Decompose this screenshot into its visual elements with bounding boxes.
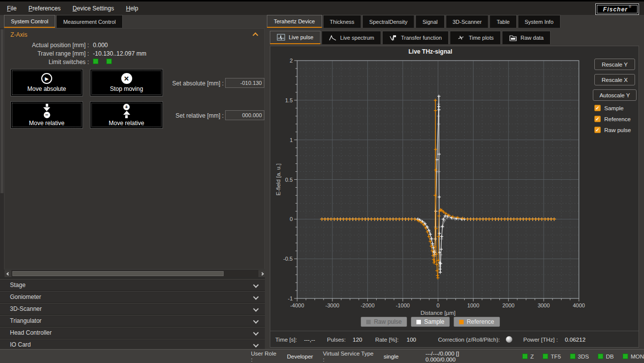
tab-measurement-control[interactable]: Measurement Control bbox=[56, 15, 123, 28]
tab-thickness[interactable]: Thickness bbox=[323, 15, 362, 28]
power-value: 0.06212 bbox=[565, 337, 586, 343]
checkbox-checked-icon: ✓ bbox=[594, 116, 601, 122]
autoscale-y-button[interactable]: Autoscale Y bbox=[593, 89, 637, 101]
tab-system-control[interactable]: System Control bbox=[4, 15, 55, 28]
tab-spectral-density[interactable]: SpectralDensity bbox=[362, 15, 414, 28]
z-axis-section: Z-Axis Actual position [mm] : 0.000 Trav… bbox=[4, 28, 265, 270]
chevron-down-icon bbox=[253, 318, 258, 323]
indicator-mon-label: MON bbox=[631, 354, 644, 360]
legend-label: Raw pulse bbox=[374, 318, 402, 325]
time-plots-icon bbox=[457, 34, 465, 41]
chevron-down-icon bbox=[253, 342, 258, 347]
indicator-mon: MON bbox=[623, 354, 644, 360]
raw-pulse-checkbox[interactable]: ✓ Raw pulse bbox=[594, 127, 631, 133]
checkbox-checked-icon: ✓ bbox=[594, 127, 601, 133]
left-vertical-scrollbar[interactable] bbox=[0, 28, 4, 277]
tab-signal[interactable]: Signal bbox=[415, 15, 445, 28]
rescale-y-button[interactable]: Rescale Y bbox=[594, 59, 635, 70]
section-3d-scanner[interactable]: 3D-Scanner bbox=[0, 303, 265, 315]
svg-text:-1000: -1000 bbox=[396, 302, 410, 308]
sample-checkbox[interactable]: ✓ Sample bbox=[594, 105, 624, 111]
svg-text:Distance [µm]: Distance [µm] bbox=[420, 310, 456, 316]
indicator-tf5: TF5 bbox=[543, 354, 561, 360]
stop-x-icon: ✕ bbox=[121, 73, 132, 84]
live-thz-chart[interactable]: -4000-3000-2000-100001000200030004000-1-… bbox=[274, 56, 587, 317]
scroll-left-arrow-icon[interactable] bbox=[4, 270, 11, 277]
arrow-down-minus-icon: − bbox=[43, 104, 50, 118]
tab-system-info[interactable]: System Info bbox=[518, 15, 561, 28]
svg-text:3000: 3000 bbox=[538, 302, 550, 308]
legend-button-sample[interactable]: Sample bbox=[411, 317, 450, 327]
tab-live-spectrum[interactable]: Live spectrum bbox=[322, 31, 381, 44]
chart-legend: Raw pulseSampleReference bbox=[274, 317, 587, 327]
menu-help[interactable]: Help bbox=[126, 5, 138, 12]
menu-file[interactable]: File bbox=[7, 5, 16, 12]
tab-time-plots[interactable]: Time plots bbox=[450, 31, 500, 44]
section-io-card-label: IO Card bbox=[10, 341, 31, 348]
registered-mark: ® bbox=[629, 5, 631, 8]
legend-button-reference[interactable]: Reference bbox=[454, 317, 499, 327]
legend-button-raw-pulse[interactable]: Raw pulse bbox=[361, 317, 407, 327]
tab-live-pulse[interactable]: Live pulse bbox=[270, 31, 321, 44]
section-head-controller[interactable]: Head Controller bbox=[0, 327, 265, 339]
section-head-controller-label: Head Controller bbox=[10, 329, 52, 336]
pulses-value: 120 bbox=[353, 337, 362, 343]
correction-led[interactable] bbox=[506, 336, 512, 343]
horizontal-scrollbar-thumb[interactable] bbox=[12, 271, 224, 276]
menu-device-settings[interactable]: Device Settings bbox=[73, 5, 114, 12]
svg-text:2: 2 bbox=[290, 58, 293, 64]
tab-terahertz-device[interactable]: Terahertz Device bbox=[267, 15, 322, 28]
set-relative-input[interactable] bbox=[225, 110, 264, 120]
green-led-icon bbox=[543, 354, 548, 359]
indicator-db-label: DB bbox=[606, 354, 614, 360]
tab-3d-scanner[interactable]: 3D-Scanner bbox=[446, 15, 489, 28]
legend-label: Reference bbox=[467, 318, 494, 325]
horizontal-scrollbar-track[interactable] bbox=[11, 271, 258, 277]
section-3d-scanner-label: 3D-Scanner bbox=[10, 305, 42, 312]
checkbox-checked-icon: ✓ bbox=[594, 105, 601, 111]
legend-color-chip bbox=[459, 320, 464, 324]
stop-moving-label: Stop moving bbox=[110, 85, 143, 92]
rescale-x-button[interactable]: Rescale X bbox=[594, 74, 635, 85]
svg-text:0.5: 0.5 bbox=[285, 177, 293, 183]
move-relative-down-button[interactable]: − Move relative bbox=[10, 101, 83, 129]
stop-moving-button[interactable]: ✕ Stop moving bbox=[90, 69, 163, 96]
time-label: Time [s]: bbox=[275, 337, 297, 343]
z-axis-title: Z-Axis bbox=[10, 31, 27, 38]
collapse-up-icon[interactable] bbox=[252, 32, 258, 38]
set-absolute-input[interactable] bbox=[225, 78, 264, 88]
device-tab-bar: Terahertz Device Thickness SpectralDensi… bbox=[267, 15, 561, 28]
pulses-label: Pulses: bbox=[327, 337, 346, 343]
move-relative-up-button[interactable]: + Move relative bbox=[90, 101, 163, 129]
left-vertical-scrollbar-thumb[interactable] bbox=[0, 29, 3, 193]
indicator-z: Z bbox=[522, 354, 534, 360]
tab-raw-data[interactable]: Raw data bbox=[502, 31, 551, 44]
indicator-tf5-label: TF5 bbox=[551, 354, 561, 360]
section-triangulator[interactable]: Triangulator bbox=[0, 315, 265, 327]
tab-table[interactable]: Table bbox=[489, 15, 516, 28]
svg-text:1: 1 bbox=[290, 137, 293, 143]
reference-checkbox[interactable]: ✓ Reference bbox=[594, 116, 631, 122]
travel-range-row: Travel range [mm] : -10.130..12.097 mm bbox=[4, 50, 146, 57]
raw-data-icon bbox=[509, 34, 517, 41]
menu-preferences[interactable]: Preferences bbox=[28, 5, 61, 12]
power-label: Power [THz] : bbox=[523, 337, 558, 343]
travel-range-label: Travel range [mm] : bbox=[4, 50, 89, 57]
horizontal-scrollbar[interactable] bbox=[4, 270, 265, 277]
svg-text:4000: 4000 bbox=[573, 302, 585, 308]
move-absolute-button[interactable]: ▶ Move absolute bbox=[10, 69, 83, 96]
sample-checkbox-label: Sample bbox=[604, 105, 624, 111]
section-stage[interactable]: Stage bbox=[0, 279, 265, 291]
tab-transfer-function[interactable]: Transfer function bbox=[382, 31, 449, 44]
scroll-right-arrow-icon[interactable] bbox=[258, 270, 265, 277]
set-relative-label: Set relative [mm] : bbox=[166, 112, 224, 119]
green-led-icon bbox=[570, 354, 575, 359]
rate-label: Rate [%]: bbox=[375, 337, 399, 343]
limit-switches-label: Limit switches : bbox=[4, 59, 89, 66]
move-relative-down-label: Move relative bbox=[29, 120, 64, 127]
raw-pulse-checkbox-label: Raw pulse bbox=[604, 127, 631, 133]
section-goniometer[interactable]: Goniometer bbox=[0, 291, 265, 303]
actual-position-label: Actual position [mm] : bbox=[4, 42, 89, 49]
svg-text:E-field [a. u.]: E-field [a. u.] bbox=[275, 163, 281, 196]
tab-live-pulse-label: Live pulse bbox=[289, 34, 314, 40]
